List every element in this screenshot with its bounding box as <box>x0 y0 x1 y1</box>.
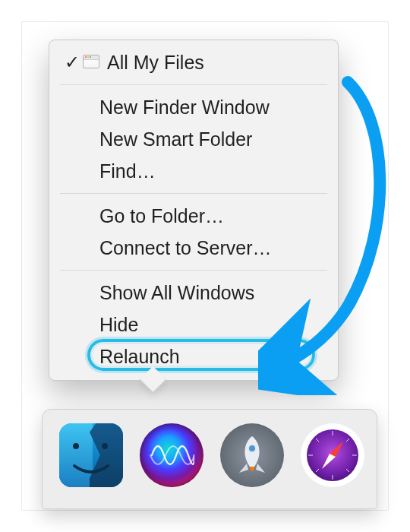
menu-item-find[interactable]: Find… <box>49 155 338 187</box>
menu-item-show-all-windows[interactable]: Show All Windows <box>49 277 338 309</box>
menu-separator <box>60 270 327 271</box>
menu-item-go-to-folder[interactable]: Go to Folder… <box>49 200 338 232</box>
menu-item-label: Go to Folder… <box>99 205 224 227</box>
svg-point-0 <box>73 443 79 449</box>
finder-face-icon <box>59 423 123 487</box>
menu-separator <box>60 84 327 85</box>
dock-items <box>43 410 377 487</box>
menu-item-label: Show All Windows <box>99 282 254 304</box>
dock-item-launchpad[interactable] <box>220 423 284 487</box>
menu-item-connect-to-server[interactable]: Connect to Server… <box>49 232 338 264</box>
compass-icon <box>301 423 364 487</box>
window-icon <box>83 55 99 68</box>
dock-item-siri[interactable] <box>140 423 203 487</box>
rocket-icon <box>230 433 274 477</box>
checkmark-icon: ✓ <box>65 46 80 78</box>
svg-point-2 <box>248 445 256 452</box>
menu-item-label: Connect to Server… <box>99 237 272 259</box>
menu-item-new-finder-window[interactable]: New Finder Window <box>49 91 338 123</box>
menu-item-label: All My Files <box>107 52 204 74</box>
menu-item-label: Find… <box>99 160 156 182</box>
svg-point-1 <box>102 443 108 449</box>
dock <box>42 409 377 509</box>
menu-item-label: Hide <box>99 314 138 336</box>
finder-dock-context-menu: ✓ All My Files New Finder Window New Sma… <box>49 40 339 381</box>
screenshot-stage: ✓ All My Files New Finder Window New Sma… <box>0 0 410 532</box>
siri-wave-icon <box>149 432 194 478</box>
menu-item-label: New Smart Folder <box>99 128 252 150</box>
menu-item-all-my-files[interactable]: ✓ All My Files <box>49 46 338 78</box>
menu-item-label: Relaunch <box>99 346 180 368</box>
menu-item-label: New Finder Window <box>99 97 270 119</box>
menu-item-hide[interactable]: Hide <box>49 309 338 340</box>
menu-item-new-smart-folder[interactable]: New Smart Folder <box>49 123 338 155</box>
dock-item-finder[interactable] <box>59 423 123 487</box>
menu-item-relaunch[interactable]: Relaunch <box>49 340 338 372</box>
menu-separator <box>60 193 327 194</box>
dock-item-safari[interactable] <box>301 423 364 487</box>
